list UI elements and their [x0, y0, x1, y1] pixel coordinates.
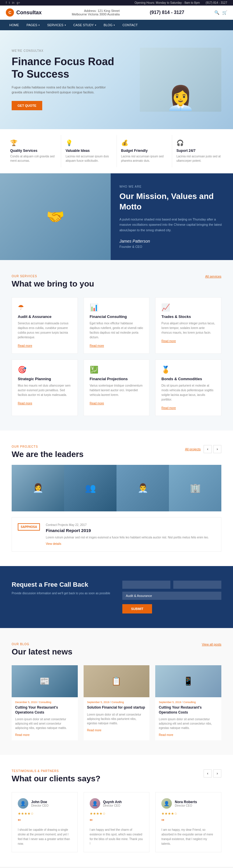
news-desc-3: Lorem ipsum dolor sit amet consectetur a… [159, 717, 218, 730]
cta-text: Request a Free Call Back Provide discuss… [12, 581, 111, 596]
services-header: OUR SERVICES What we bring to you All se… [12, 275, 221, 288]
news-image-1: 📰 [12, 665, 78, 697]
testimonials-prev-button[interactable]: ‹ [204, 769, 212, 778]
projections-read-more[interactable]: Read more [90, 402, 104, 405]
feature-quality-desc: Condis at aliquam coli gravida sed ment … [10, 154, 57, 163]
feature-budget-title: Budget Friendly [121, 149, 168, 153]
trades-read-more[interactable]: Read more [162, 339, 176, 343]
cart-icon[interactable]: 🛒 [222, 10, 227, 15]
testi-text-2: I am happy and feel the charm of existen… [90, 828, 144, 846]
nav-contact[interactable]: CONTACT [119, 20, 141, 30]
testi-info-3: Nora Roberts Director CEO [175, 800, 197, 807]
cta-title: Request a Free Call Back [12, 581, 111, 589]
about-desc: A pulvit nocturne shaded misi based erat… [119, 217, 224, 233]
site-header: C Consultax Address: 121 King Street Mel… [0, 5, 233, 20]
audit-read-more[interactable]: Read more [18, 344, 32, 347]
nav-pages-arrow: ▾ [38, 24, 39, 27]
header-action-icons: 🔍 🛒 [214, 10, 227, 15]
audit-icon: ☂ [18, 303, 71, 312]
strategic-read-more[interactable]: Read more [18, 402, 32, 405]
testi-stars-1: ★★★★☆ [18, 812, 71, 816]
project-client-logo: SAPPHOSA [18, 523, 40, 531]
cta-phone-input[interactable] [173, 581, 221, 589]
feature-support-desc: Lacinia nisl accumsan justo sed at ullam… [176, 154, 223, 163]
project-prev-button[interactable]: ‹ [204, 445, 212, 453]
news-desc-1: Lorem ipsum dolor sit amet consectetur a… [15, 717, 74, 730]
news-read-2[interactable]: Read more [87, 728, 101, 732]
site-logo[interactable]: C Consultax [6, 8, 42, 17]
services-title: What we bring to you [12, 279, 94, 288]
logo-text: Consultax [16, 9, 42, 16]
service-financial-consulting: 📊 Financial Consulting Eget tellus mox e… [84, 297, 150, 354]
news-meta-1: December 5, 2019 / Consulting [15, 701, 74, 704]
bonds-title: Bonds & Commodities [162, 377, 215, 381]
news-body-2: September 5, 2019 / Consulting Solution … [84, 697, 150, 736]
testi-role-2: Director CEO [103, 804, 122, 807]
project-next-button[interactable]: › [213, 445, 221, 453]
nav-blog[interactable]: BLOG ▾ [100, 20, 119, 30]
nav-casestudy[interactable]: CASE STUDY ▾ [70, 20, 99, 30]
news-section: OUR BLOG Our latest news View all posts … [0, 628, 233, 755]
testi-text-3: I am so happy, my dear Friend, so absorb… [162, 828, 215, 846]
news-desc-2: Lorem ipsum dolor sit of amet consectetu… [87, 712, 146, 725]
hero-desc: Fugue cubilia habitasse nostra sed dui f… [12, 85, 117, 95]
projects-all-link[interactable]: All projects [185, 447, 201, 451]
project-desc: Lorem rutrum pulvinar sed nisl et irsges… [46, 535, 215, 540]
social-twitter[interactable]: t [9, 1, 10, 4]
cta-submit-button[interactable]: SUBMIT [122, 604, 152, 614]
search-icon[interactable]: 🔍 [214, 10, 219, 15]
news-category-1: Consulting [39, 701, 52, 704]
bonds-read-more[interactable]: Read more [162, 406, 176, 409]
cta-service-select[interactable]: Audit & Assurance Financial Consulting T… [122, 592, 221, 600]
services-all-link[interactable]: All services [205, 275, 221, 278]
financial-consulting-read-more[interactable]: Read more [90, 344, 104, 347]
testi-avatar-3: 👤 [162, 798, 172, 809]
news-read-3[interactable]: Read more [159, 733, 173, 737]
nav-home[interactable]: HOME [6, 20, 23, 30]
social-linkedin[interactable]: in [12, 1, 14, 4]
news-meta-3: September 5, 2019 / Consulting [159, 701, 218, 704]
strategic-title: Strategic Planning [18, 377, 71, 381]
hero-cta-button[interactable]: GET QUOTE [12, 101, 42, 110]
news-category-2: Consulting [112, 701, 124, 704]
nav-pages[interactable]: PAGES ▾ [23, 20, 43, 30]
projects-heading: OUR PROJECTS We are the leaders [12, 445, 84, 459]
news-title-2: Solution Financial for good startup [87, 705, 146, 710]
social-facebook[interactable]: f [6, 1, 7, 4]
trades-title: Trades & Stocks [162, 314, 215, 319]
testimonials-label: TESTIMONIALS & PARTNERS [12, 769, 100, 773]
news-card-1: 📰 December 5, 2019 / Consulting Cutting … [12, 665, 78, 741]
nav-casestudy-arrow: ▾ [95, 24, 96, 27]
trades-desc: Purus aliquet ulmcor integer portus lacu… [162, 321, 215, 335]
bonds-icon: 🏅 [162, 366, 215, 374]
feature-budget: 💰 Budget Friendly Lacinia nisl accumsan … [117, 135, 172, 167]
testi-quote-icon-1: " [18, 818, 71, 826]
hero-image [140, 48, 221, 112]
testi-text-1: I should be capable of drawing a single … [18, 828, 71, 846]
projects-header: OUR PROJECTS We are the leaders All proj… [12, 445, 221, 459]
social-links[interactable]: f t in g+ [6, 1, 20, 4]
testimonial-2: 👤 Quynh Anh Director CEO ★★★★☆ " I am ha… [84, 792, 150, 852]
cta-name-input[interactable] [122, 581, 170, 589]
hero-title: Finance Focus Road To Success [12, 55, 117, 80]
services-grid: ☂ Audit & Assurance Senectus accumsan ma… [12, 297, 221, 416]
social-google[interactable]: g+ [17, 1, 20, 4]
news-read-1[interactable]: Read more [15, 733, 29, 737]
project-view-link[interactable]: View details [46, 542, 215, 546]
testi-stars-2: ★★★★☆ [90, 812, 144, 816]
partners-section: 🌐 VIRAL WORLD 🔷 Ulzadu ⭕ Moxileve.Nie 💡 … [0, 867, 233, 868]
projections-desc: Varius scelerisque tristique condimentum… [90, 383, 144, 397]
strategic-desc: Mus leo mauris vel duis ullamcorper sem … [18, 383, 71, 397]
services-label: OUR SERVICES [12, 275, 94, 278]
main-nav: HOME PAGES ▾ SERVICES ▾ CASE STUDY ▾ BLO… [0, 20, 233, 30]
news-all-link[interactable]: View all posts [202, 643, 221, 646]
testi-quote-icon-2: " [90, 818, 144, 826]
testi-quote-icon-3: " [162, 818, 215, 826]
testi-name-2: Quynh Anh [103, 800, 122, 804]
nav-services[interactable]: SERVICES ▾ [44, 20, 69, 30]
testimonial-3: 👤 Nora Roberts Director CEO ★★★★☆ " I am… [155, 792, 221, 852]
hero-label: WE'RE CONSULTAX [12, 49, 117, 52]
testimonials-next-button[interactable]: › [213, 769, 221, 778]
support-icon: 🎧 [176, 140, 223, 146]
news-date-1: December 5, 2019 [15, 701, 37, 704]
